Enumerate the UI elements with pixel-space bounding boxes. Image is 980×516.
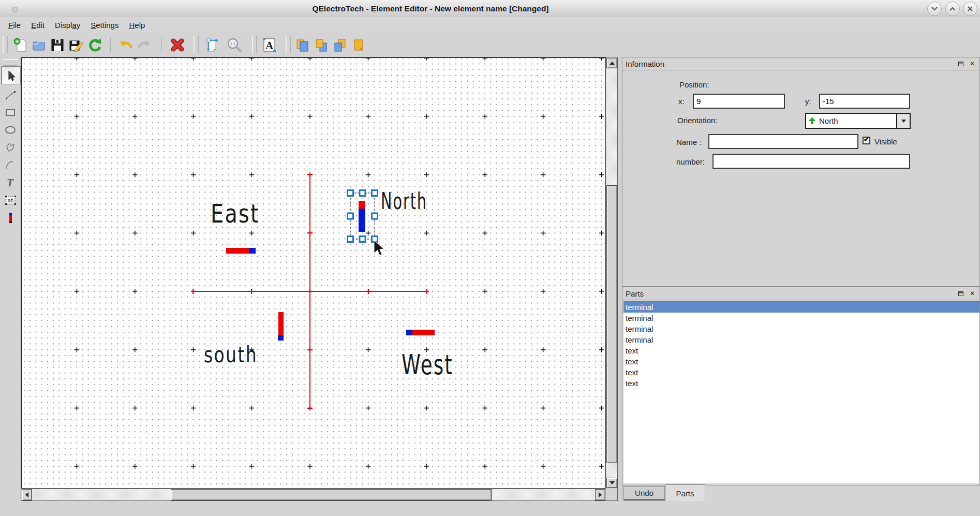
parts-list-item[interactable]: terminal	[623, 334, 979, 345]
send-to-back-button[interactable]	[350, 36, 367, 54]
reload-button[interactable]	[86, 36, 103, 54]
undo-button[interactable]	[117, 36, 135, 54]
terminal-part-north-selected[interactable]	[359, 201, 365, 232]
tab-parts[interactable]: Parts	[665, 484, 705, 502]
tab-undo[interactable]: Undo	[623, 486, 665, 500]
canvas-label-south[interactable]: south	[204, 342, 258, 367]
toolbar-separator	[161, 37, 163, 52]
canvas-label-north[interactable]: North	[381, 188, 427, 214]
ellipse-tool-button[interactable]	[1, 121, 20, 138]
rectangle-tool-button[interactable]	[1, 104, 20, 121]
terminal-part-south[interactable]	[278, 312, 284, 341]
delete-button[interactable]	[169, 36, 186, 54]
selection-handle[interactable]	[348, 190, 353, 196]
text-t-icon: T	[4, 176, 17, 189]
menu-item[interactable]: File	[3, 19, 26, 32]
toolbar-grip[interactable]	[252, 36, 257, 53]
lower-button[interactable]	[331, 36, 349, 54]
vertical-scrollbar[interactable]	[606, 58, 617, 488]
horizontal-scroll-thumb[interactable]	[171, 489, 492, 500]
select-tool-button[interactable]	[1, 66, 21, 84]
menu-item[interactable]: Edit	[26, 19, 50, 32]
main-toolbar: 1:1 A	[0, 33, 980, 57]
canvas-label-east[interactable]: East	[211, 199, 260, 229]
selection-handle[interactable]	[372, 213, 378, 219]
selection-handle[interactable]	[360, 237, 365, 242]
selection-handle[interactable]	[360, 190, 365, 196]
bring-to-front-button[interactable]	[294, 36, 311, 54]
toolbar-grip[interactable]	[286, 36, 291, 53]
menu-item[interactable]: Settings	[85, 19, 124, 32]
float-dock-icon[interactable]	[957, 289, 965, 298]
menu-item[interactable]: Display	[50, 19, 85, 32]
canvas-label-west[interactable]: West	[402, 348, 453, 381]
menu-item[interactable]: Help	[124, 19, 150, 32]
adjust-size-button[interactable]	[203, 36, 220, 54]
toolbar-grip[interactable]	[3, 59, 18, 66]
terminal-part-west[interactable]	[406, 330, 435, 335]
chevron-down-icon	[931, 7, 938, 11]
position-label: Position:	[679, 80, 709, 89]
maximize-button[interactable]	[945, 2, 960, 16]
number-field[interactable]	[712, 154, 910, 169]
save-as-button[interactable]	[67, 36, 85, 54]
ellipse-icon	[4, 124, 17, 136]
arrow-up-icon	[610, 62, 615, 65]
new-element-button[interactable]	[11, 36, 29, 54]
y-position-field[interactable]	[819, 94, 910, 109]
combo-drop-button[interactable]	[896, 114, 910, 128]
parts-dock-titlebar[interactable]: Parts ✕	[622, 287, 979, 300]
polygon-tool-button[interactable]	[1, 139, 20, 156]
selection-handle[interactable]	[348, 237, 353, 242]
zoom-1-1-button[interactable]: 1:1	[226, 36, 243, 54]
parts-list-item[interactable]: text	[623, 367, 979, 378]
undo-icon	[118, 37, 133, 53]
status-strip	[0, 501, 980, 516]
scroll-down-button[interactable]	[606, 478, 617, 488]
terminal-tool-button[interactable]	[1, 209, 20, 226]
menu-bar: FileEditDisplaySettingsHelp	[0, 17, 980, 33]
parts-list-item[interactable]: terminal	[623, 302, 979, 313]
save-button[interactable]	[49, 36, 66, 54]
send-to-back-icon	[351, 37, 366, 53]
visible-label: Visible	[874, 137, 897, 146]
orientation-value: North	[819, 116, 838, 125]
close-dock-icon[interactable]: ✕	[968, 60, 976, 68]
name-label: Name :	[676, 138, 701, 146]
parts-list-item[interactable]: text	[623, 356, 979, 367]
selection-handle[interactable]	[372, 190, 378, 196]
information-dock-titlebar[interactable]: Information ✕	[622, 57, 979, 70]
line-tool-button[interactable]	[1, 86, 20, 103]
editing-scene[interactable]: East North south West	[21, 57, 606, 489]
float-dock-icon[interactable]	[957, 60, 965, 68]
arrow-right-icon	[599, 492, 602, 497]
adjust-size-icon	[204, 37, 219, 53]
scroll-left-button[interactable]	[22, 489, 32, 500]
arc-tool-button[interactable]	[1, 156, 20, 173]
toolbar-grip[interactable]	[3, 36, 8, 53]
scroll-up-button[interactable]	[606, 58, 617, 68]
x-position-field[interactable]	[693, 94, 785, 109]
text-field-tool-button[interactable]: ab	[1, 191, 20, 209]
close-dock-icon[interactable]: ✕	[968, 289, 976, 298]
orientation-select[interactable]: North	[805, 113, 911, 129]
selection-handle[interactable]	[348, 213, 353, 219]
parts-list-item[interactable]: text	[623, 345, 979, 356]
text-tool-button[interactable]: T	[1, 174, 20, 191]
horizontal-scrollbar[interactable]	[22, 489, 605, 500]
raise-button[interactable]	[313, 36, 330, 54]
close-button[interactable]	[963, 2, 977, 16]
redo-button[interactable]	[136, 36, 153, 54]
parts-list-item[interactable]: terminal	[623, 323, 979, 334]
visible-checkbox[interactable]	[863, 137, 870, 144]
toolbar-grip[interactable]	[194, 36, 199, 53]
name-field[interactable]	[708, 134, 858, 149]
terminal-part-east[interactable]	[226, 248, 256, 254]
open-button[interactable]	[30, 36, 48, 54]
parts-list-item[interactable]: text	[623, 378, 979, 389]
scroll-right-button[interactable]	[595, 489, 605, 500]
minimize-button[interactable]	[927, 2, 942, 16]
vertical-scroll-thumb[interactable]	[606, 185, 617, 463]
text-style-button[interactable]: A	[260, 36, 278, 54]
parts-list-item[interactable]: terminal	[623, 313, 979, 323]
